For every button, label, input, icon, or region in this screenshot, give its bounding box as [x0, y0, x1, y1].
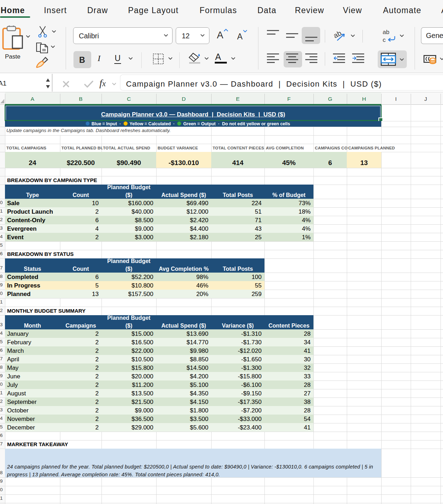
svg-text:ab: ab: [333, 29, 343, 39]
svg-text:ab: ab: [383, 29, 389, 35]
svg-text:c: c: [383, 37, 386, 43]
